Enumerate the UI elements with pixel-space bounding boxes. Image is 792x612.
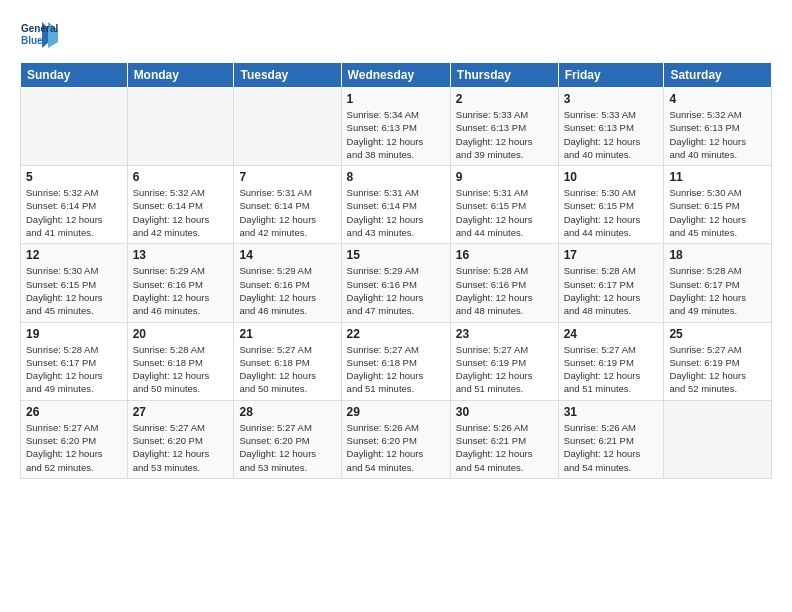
day-info: Sunrise: 5:31 AMSunset: 6:15 PMDaylight:… [456, 186, 553, 239]
day-info: Sunrise: 5:26 AMSunset: 6:21 PMDaylight:… [456, 421, 553, 474]
weekday-header: Wednesday [341, 63, 450, 88]
day-info: Sunrise: 5:27 AMSunset: 6:19 PMDaylight:… [456, 343, 553, 396]
day-number: 21 [239, 327, 335, 341]
logo: General Blue [20, 16, 58, 54]
calendar-cell: 12Sunrise: 5:30 AMSunset: 6:15 PMDayligh… [21, 244, 128, 322]
calendar-week-row: 12Sunrise: 5:30 AMSunset: 6:15 PMDayligh… [21, 244, 772, 322]
day-info: Sunrise: 5:30 AMSunset: 6:15 PMDaylight:… [669, 186, 766, 239]
day-info: Sunrise: 5:31 AMSunset: 6:14 PMDaylight:… [347, 186, 445, 239]
calendar-cell: 19Sunrise: 5:28 AMSunset: 6:17 PMDayligh… [21, 322, 128, 400]
day-info: Sunrise: 5:27 AMSunset: 6:20 PMDaylight:… [133, 421, 229, 474]
day-info: Sunrise: 5:33 AMSunset: 6:13 PMDaylight:… [564, 108, 659, 161]
weekday-header-row: SundayMondayTuesdayWednesdayThursdayFrid… [21, 63, 772, 88]
day-info: Sunrise: 5:29 AMSunset: 6:16 PMDaylight:… [133, 264, 229, 317]
calendar-cell: 31Sunrise: 5:26 AMSunset: 6:21 PMDayligh… [558, 400, 664, 478]
day-info: Sunrise: 5:27 AMSunset: 6:19 PMDaylight:… [669, 343, 766, 396]
day-info: Sunrise: 5:28 AMSunset: 6:17 PMDaylight:… [564, 264, 659, 317]
calendar-cell: 13Sunrise: 5:29 AMSunset: 6:16 PMDayligh… [127, 244, 234, 322]
calendar-cell: 2Sunrise: 5:33 AMSunset: 6:13 PMDaylight… [450, 88, 558, 166]
calendar-cell: 17Sunrise: 5:28 AMSunset: 6:17 PMDayligh… [558, 244, 664, 322]
header: General Blue [20, 16, 772, 54]
calendar-cell: 5Sunrise: 5:32 AMSunset: 6:14 PMDaylight… [21, 166, 128, 244]
weekday-header: Friday [558, 63, 664, 88]
day-info: Sunrise: 5:30 AMSunset: 6:15 PMDaylight:… [564, 186, 659, 239]
calendar-week-row: 5Sunrise: 5:32 AMSunset: 6:14 PMDaylight… [21, 166, 772, 244]
calendar-cell: 28Sunrise: 5:27 AMSunset: 6:20 PMDayligh… [234, 400, 341, 478]
day-number: 16 [456, 248, 553, 262]
day-number: 8 [347, 170, 445, 184]
day-number: 28 [239, 405, 335, 419]
calendar-cell: 22Sunrise: 5:27 AMSunset: 6:18 PMDayligh… [341, 322, 450, 400]
day-info: Sunrise: 5:27 AMSunset: 6:18 PMDaylight:… [239, 343, 335, 396]
day-number: 13 [133, 248, 229, 262]
day-info: Sunrise: 5:32 AMSunset: 6:13 PMDaylight:… [669, 108, 766, 161]
weekday-header: Tuesday [234, 63, 341, 88]
weekday-header: Monday [127, 63, 234, 88]
calendar: SundayMondayTuesdayWednesdayThursdayFrid… [20, 62, 772, 479]
calendar-cell: 10Sunrise: 5:30 AMSunset: 6:15 PMDayligh… [558, 166, 664, 244]
day-info: Sunrise: 5:28 AMSunset: 6:17 PMDaylight:… [669, 264, 766, 317]
calendar-cell: 11Sunrise: 5:30 AMSunset: 6:15 PMDayligh… [664, 166, 772, 244]
calendar-cell: 16Sunrise: 5:28 AMSunset: 6:16 PMDayligh… [450, 244, 558, 322]
day-number: 17 [564, 248, 659, 262]
calendar-cell: 18Sunrise: 5:28 AMSunset: 6:17 PMDayligh… [664, 244, 772, 322]
calendar-cell: 24Sunrise: 5:27 AMSunset: 6:19 PMDayligh… [558, 322, 664, 400]
day-info: Sunrise: 5:32 AMSunset: 6:14 PMDaylight:… [26, 186, 122, 239]
day-number: 6 [133, 170, 229, 184]
day-number: 4 [669, 92, 766, 106]
day-number: 29 [347, 405, 445, 419]
calendar-cell: 21Sunrise: 5:27 AMSunset: 6:18 PMDayligh… [234, 322, 341, 400]
calendar-cell [664, 400, 772, 478]
calendar-cell: 27Sunrise: 5:27 AMSunset: 6:20 PMDayligh… [127, 400, 234, 478]
page: General Blue SundayMondayTuesdayWednesda… [0, 0, 792, 612]
day-number: 3 [564, 92, 659, 106]
calendar-cell: 4Sunrise: 5:32 AMSunset: 6:13 PMDaylight… [664, 88, 772, 166]
day-info: Sunrise: 5:26 AMSunset: 6:20 PMDaylight:… [347, 421, 445, 474]
day-info: Sunrise: 5:30 AMSunset: 6:15 PMDaylight:… [26, 264, 122, 317]
day-info: Sunrise: 5:26 AMSunset: 6:21 PMDaylight:… [564, 421, 659, 474]
day-number: 24 [564, 327, 659, 341]
day-number: 22 [347, 327, 445, 341]
day-info: Sunrise: 5:33 AMSunset: 6:13 PMDaylight:… [456, 108, 553, 161]
logo-icon: General Blue [20, 16, 58, 54]
calendar-cell [21, 88, 128, 166]
day-number: 14 [239, 248, 335, 262]
day-number: 25 [669, 327, 766, 341]
day-number: 1 [347, 92, 445, 106]
day-number: 7 [239, 170, 335, 184]
calendar-cell: 15Sunrise: 5:29 AMSunset: 6:16 PMDayligh… [341, 244, 450, 322]
day-info: Sunrise: 5:27 AMSunset: 6:19 PMDaylight:… [564, 343, 659, 396]
calendar-cell: 1Sunrise: 5:34 AMSunset: 6:13 PMDaylight… [341, 88, 450, 166]
svg-text:Blue: Blue [21, 35, 43, 46]
day-number: 9 [456, 170, 553, 184]
calendar-cell: 3Sunrise: 5:33 AMSunset: 6:13 PMDaylight… [558, 88, 664, 166]
day-number: 20 [133, 327, 229, 341]
day-info: Sunrise: 5:28 AMSunset: 6:16 PMDaylight:… [456, 264, 553, 317]
calendar-cell: 7Sunrise: 5:31 AMSunset: 6:14 PMDaylight… [234, 166, 341, 244]
day-info: Sunrise: 5:27 AMSunset: 6:20 PMDaylight:… [239, 421, 335, 474]
day-number: 5 [26, 170, 122, 184]
calendar-cell: 30Sunrise: 5:26 AMSunset: 6:21 PMDayligh… [450, 400, 558, 478]
calendar-cell [127, 88, 234, 166]
day-number: 30 [456, 405, 553, 419]
day-number: 19 [26, 327, 122, 341]
day-info: Sunrise: 5:34 AMSunset: 6:13 PMDaylight:… [347, 108, 445, 161]
calendar-cell [234, 88, 341, 166]
day-info: Sunrise: 5:29 AMSunset: 6:16 PMDaylight:… [239, 264, 335, 317]
weekday-header: Thursday [450, 63, 558, 88]
day-info: Sunrise: 5:28 AMSunset: 6:17 PMDaylight:… [26, 343, 122, 396]
calendar-cell: 26Sunrise: 5:27 AMSunset: 6:20 PMDayligh… [21, 400, 128, 478]
day-number: 11 [669, 170, 766, 184]
calendar-cell: 29Sunrise: 5:26 AMSunset: 6:20 PMDayligh… [341, 400, 450, 478]
day-info: Sunrise: 5:32 AMSunset: 6:14 PMDaylight:… [133, 186, 229, 239]
day-info: Sunrise: 5:27 AMSunset: 6:18 PMDaylight:… [347, 343, 445, 396]
day-number: 31 [564, 405, 659, 419]
day-info: Sunrise: 5:28 AMSunset: 6:18 PMDaylight:… [133, 343, 229, 396]
day-info: Sunrise: 5:27 AMSunset: 6:20 PMDaylight:… [26, 421, 122, 474]
calendar-week-row: 19Sunrise: 5:28 AMSunset: 6:17 PMDayligh… [21, 322, 772, 400]
day-info: Sunrise: 5:29 AMSunset: 6:16 PMDaylight:… [347, 264, 445, 317]
day-number: 12 [26, 248, 122, 262]
calendar-cell: 9Sunrise: 5:31 AMSunset: 6:15 PMDaylight… [450, 166, 558, 244]
calendar-cell: 14Sunrise: 5:29 AMSunset: 6:16 PMDayligh… [234, 244, 341, 322]
day-number: 23 [456, 327, 553, 341]
